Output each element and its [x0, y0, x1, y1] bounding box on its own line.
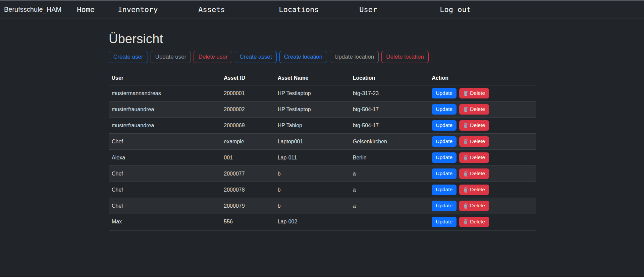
navbar: Berufsschule_HAM Home Inventory Assets L… [0, 0, 644, 18]
delete-button-label: Delete [470, 106, 485, 113]
cell-user: Chef [109, 166, 221, 182]
page-title: Übersicht [109, 32, 536, 46]
cell-asset-name: Lap-011 [275, 150, 350, 166]
cell-location: Gelsenkirchen [350, 134, 429, 150]
table-row: musterfrauandrea 2000002 HP Testlaptop b… [109, 101, 536, 118]
trash-icon [463, 187, 468, 193]
toolbar-button[interactable]: Create location [279, 51, 327, 63]
cell-asset-id: 2000077 [221, 166, 275, 182]
cell-asset-name: HP Testlaptop [275, 101, 350, 118]
cell-user: Chef [109, 198, 221, 214]
delete-button-label: Delete [470, 170, 485, 177]
table-row: Chef 2000077 b a Update [109, 166, 536, 182]
delete-button-label: Delete [470, 187, 485, 193]
cell-asset-id: 2000079 [221, 198, 275, 214]
toolbar-button[interactable]: Delete user [194, 51, 232, 63]
navbar-brand[interactable]: Berufsschule_HAM [4, 6, 61, 13]
cell-user: musterfrauandrea [109, 118, 221, 134]
table-header: User Asset ID Asset Name Location Action [109, 74, 536, 85]
nav-item[interactable]: Inventory [118, 5, 198, 14]
nav-item[interactable]: Home [77, 5, 118, 14]
update-button[interactable]: Update [432, 136, 457, 147]
update-button[interactable]: Update [432, 185, 457, 195]
cell-location: btg-317-23 [350, 85, 429, 101]
cell-asset-id: 2000078 [221, 182, 275, 198]
action-cell: Update [432, 168, 533, 179]
table-row: Chef 2000079 b a Update [109, 198, 536, 214]
delete-button-label: Delete [470, 122, 485, 129]
update-button[interactable]: Update [432, 168, 457, 179]
trash-icon [463, 155, 468, 160]
cell-location: btg-504-17 [350, 101, 429, 118]
nav-item[interactable]: Locations [279, 5, 359, 14]
nav-item[interactable]: Log out [440, 5, 520, 14]
update-button[interactable]: Update [432, 88, 457, 98]
toolbar-button[interactable]: Create user [109, 51, 148, 63]
delete-button-label: Delete [470, 138, 485, 145]
cell-asset-id: 001 [221, 150, 275, 166]
column-header-asset-name: Asset Name [275, 74, 350, 85]
table-row: Max 556 Lap-002 Update [109, 214, 536, 230]
delete-button-label: Delete [470, 90, 485, 96]
update-button[interactable]: Update [432, 217, 457, 227]
delete-button-label: Delete [470, 203, 485, 209]
delete-button-label: Delete [470, 154, 485, 161]
action-cell: Update [432, 217, 533, 227]
delete-button[interactable]: Delete [459, 217, 489, 227]
toolbar-button[interactable]: Update location [330, 51, 379, 63]
delete-button[interactable]: Delete [459, 136, 489, 147]
update-button[interactable]: Update [432, 201, 457, 211]
cell-location: a [350, 182, 429, 198]
toolbar-button[interactable]: Update user [151, 51, 191, 63]
toolbar: Create user Update user Delete user Crea… [109, 51, 536, 63]
trash-icon [463, 123, 468, 128]
trash-icon [463, 91, 468, 96]
table-row: musterfrauandrea 2000069 HP Tablop btg-5… [109, 118, 536, 134]
cell-asset-id: 556 [221, 214, 275, 230]
column-header-asset-id: Asset ID [221, 74, 275, 85]
nav-item[interactable]: Assets [198, 5, 279, 14]
cell-location: a [350, 166, 429, 182]
cell-location [350, 214, 429, 230]
cell-location: a [350, 198, 429, 214]
cell-user: Alexa [109, 150, 221, 166]
cell-asset-name: b [275, 166, 350, 182]
delete-button[interactable]: Delete [459, 201, 489, 211]
cell-user: Max [109, 214, 221, 230]
delete-button[interactable]: Delete [459, 120, 489, 131]
toolbar-button[interactable]: Delete location [381, 51, 428, 63]
cell-user: musterfrauandrea [109, 101, 221, 118]
action-cell: Update [432, 88, 533, 98]
trash-icon [463, 139, 468, 144]
delete-button[interactable]: Delete [459, 168, 489, 179]
column-header-location: Location [350, 74, 429, 85]
action-cell: Update [432, 185, 533, 195]
toolbar-button[interactable]: Create asset [235, 51, 276, 63]
trash-icon [463, 203, 468, 209]
cell-asset-name: HP Tablop [275, 118, 350, 134]
delete-button[interactable]: Delete [459, 88, 489, 98]
table-row: Chef example Laptop001 Gelsenkirchen Upd… [109, 134, 536, 150]
main-content: Übersicht Create user Update user Delete… [109, 32, 536, 230]
action-cell: Update [432, 104, 533, 115]
cell-user: Chef [109, 134, 221, 150]
cell-asset-name: b [275, 182, 350, 198]
cell-asset-id: 2000002 [221, 101, 275, 118]
delete-button[interactable]: Delete [459, 104, 489, 115]
nav-item[interactable]: User [359, 5, 440, 14]
cell-asset-name: Lap-002 [275, 214, 350, 230]
delete-button[interactable]: Delete [459, 152, 489, 163]
trash-icon [463, 219, 468, 224]
delete-button[interactable]: Delete [459, 185, 489, 195]
update-button[interactable]: Update [432, 120, 457, 131]
update-button[interactable]: Update [432, 104, 457, 115]
cell-asset-name: HP Testlaptop [275, 85, 350, 101]
cell-asset-name: Laptop001 [275, 134, 350, 150]
trash-icon [463, 171, 468, 177]
table-body: mustermannandreas 2000001 HP Testlaptop … [109, 85, 536, 230]
table-row: mustermannandreas 2000001 HP Testlaptop … [109, 85, 536, 101]
table-row: Alexa 001 Lap-011 Berlin Update [109, 150, 536, 166]
trash-icon [463, 107, 468, 112]
update-button[interactable]: Update [432, 152, 457, 163]
action-cell: Update [432, 201, 533, 211]
